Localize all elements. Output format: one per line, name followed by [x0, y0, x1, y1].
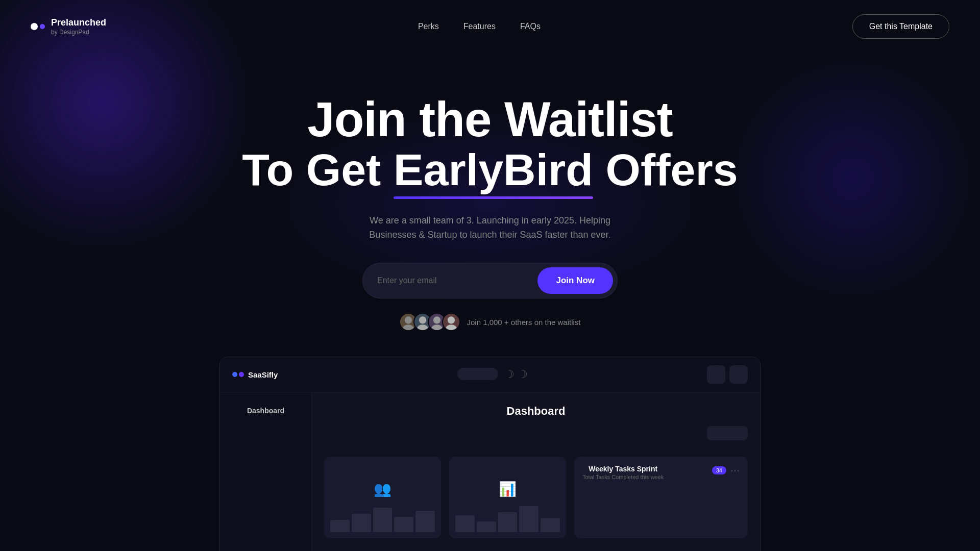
- avatars: [399, 313, 460, 331]
- task-info: Weekly Tasks Sprint Total Tasks Complete…: [582, 465, 664, 480]
- bar-8: [498, 512, 518, 532]
- svg-point-5: [432, 325, 443, 332]
- nav-links: Perks Features FAQs: [418, 22, 541, 31]
- dot-white: [31, 23, 38, 30]
- bar-2: [352, 514, 371, 532]
- dash-nav-pills: ☽ ☽: [457, 368, 528, 381]
- dash-body: Dashboard Dashboard 👥: [220, 392, 760, 551]
- svg-point-1: [403, 325, 414, 332]
- task-actions: 34 ⋯: [712, 465, 740, 476]
- social-proof: Join 1,000 + others on the waitlist: [399, 313, 580, 331]
- bar-4: [394, 517, 413, 532]
- sidebar-item-dashboard[interactable]: Dashboard: [228, 403, 303, 419]
- dash-logo-label: SaaSifly: [248, 370, 278, 379]
- task-header: Weekly Tasks Sprint Total Tasks Complete…: [582, 465, 740, 480]
- svg-point-2: [419, 317, 426, 324]
- svg-point-0: [405, 317, 412, 324]
- logo-text: Prelaunched by DesignPad: [51, 17, 106, 36]
- earlybird-wrap: EarlyBird: [394, 145, 593, 195]
- logo-dots: [31, 23, 45, 30]
- hero-title-line2: To Get EarlyBird Offers: [242, 145, 738, 195]
- svg-point-4: [433, 317, 440, 324]
- earlybird-text: EarlyBird: [394, 144, 593, 195]
- task-title: Weekly Tasks Sprint: [582, 465, 664, 473]
- get-template-button[interactable]: Get this Template: [852, 14, 949, 39]
- hero-title-line1: Join the Waitlist: [307, 94, 672, 145]
- task-subtitle: Total Tasks Completed this week: [582, 474, 664, 480]
- hero-subtitle: We are a small team of 3. Launching in e…: [352, 213, 628, 243]
- dot-purple: [40, 24, 45, 29]
- hero-title-offers: Offers: [606, 144, 738, 195]
- bar-5: [415, 511, 435, 532]
- dash-icon-btn-1[interactable]: [707, 365, 725, 384]
- dash-header: SaaSifly ☽ ☽: [220, 357, 760, 392]
- users-icon: 👥: [374, 481, 391, 497]
- dash-row-button[interactable]: [707, 426, 748, 440]
- logo: Prelaunched by DesignPad: [31, 17, 106, 36]
- dash-logo: SaaSifly: [232, 370, 278, 379]
- dash-sidebar: Dashboard: [220, 392, 312, 551]
- task-more-icon[interactable]: ⋯: [730, 465, 740, 476]
- logo-title: Prelaunched: [51, 17, 106, 29]
- bar-7: [477, 521, 496, 532]
- dash-card-1: 👥: [324, 457, 441, 538]
- logo-sub: by DesignPad: [51, 29, 106, 36]
- dash-logo-dots: [232, 372, 244, 377]
- dashboard-preview: SaaSifly ☽ ☽ Dashboard Dashboard: [219, 357, 761, 551]
- chart-icon: 📊: [499, 481, 517, 497]
- task-badge: 34: [712, 466, 726, 474]
- dash-pill-1: [457, 368, 498, 380]
- dash-cards: 👥 📊: [324, 457, 748, 538]
- join-now-button[interactable]: Join Now: [537, 267, 613, 294]
- earlybird-underline: [394, 196, 593, 199]
- bar-9: [519, 506, 538, 532]
- nav-link-features[interactable]: Features: [463, 22, 496, 31]
- dash-card-2: 📊: [449, 457, 566, 538]
- dash-icon-btn-2[interactable]: [729, 365, 748, 384]
- hero-title-to-get: To Get: [242, 144, 394, 195]
- bar-3: [373, 508, 393, 532]
- svg-point-3: [418, 325, 428, 332]
- bars-1: [330, 502, 435, 532]
- bar-6: [455, 515, 475, 532]
- nav-link-faqs[interactable]: FAQs: [520, 22, 541, 31]
- bar-10: [541, 518, 560, 532]
- dash-moon-icon: ☽ ☽: [504, 368, 528, 381]
- dash-icons: [707, 365, 748, 384]
- avatar-4: [442, 313, 460, 331]
- nav-link-perks[interactable]: Perks: [418, 22, 439, 31]
- page-wrapper: Prelaunched by DesignPad Perks Features …: [0, 0, 980, 551]
- social-proof-text: Join 1,000 + others on the waitlist: [467, 318, 580, 327]
- dash-main-title: Dashboard: [324, 405, 748, 418]
- hero-section: Join the Waitlist To Get EarlyBird Offer…: [0, 53, 980, 551]
- task-card: Weekly Tasks Sprint Total Tasks Complete…: [574, 457, 748, 538]
- dash-dot-blue: [232, 372, 237, 377]
- email-form: Join Now: [362, 263, 618, 298]
- email-input[interactable]: [377, 276, 537, 285]
- svg-point-7: [446, 325, 457, 332]
- dash-main: Dashboard 👥: [312, 392, 760, 551]
- svg-point-6: [448, 317, 455, 324]
- bar-1: [330, 520, 350, 532]
- bars-2: [455, 502, 560, 532]
- navbar: Prelaunched by DesignPad Perks Features …: [0, 0, 980, 53]
- dash-dot-purple: [239, 372, 244, 377]
